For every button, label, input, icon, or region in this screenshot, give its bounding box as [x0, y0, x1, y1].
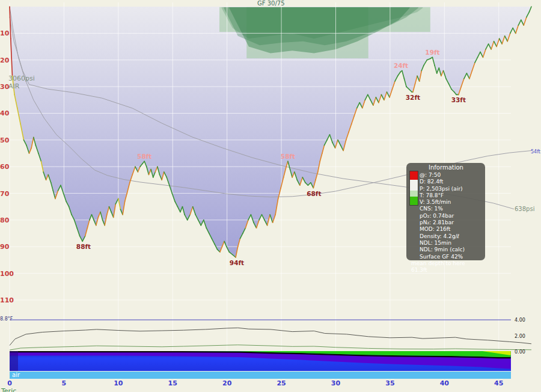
tooltip-line: pN₂: 2.81bar	[420, 219, 482, 226]
tooltip-line: Surface GF 42%	[420, 254, 482, 260]
gas-band	[10, 372, 511, 379]
tooltip-line: @: 7:50	[420, 172, 482, 179]
tissue-saturation-gauge	[409, 171, 418, 206]
pn2-line	[10, 328, 531, 345]
tooltip-line: V: 3.5ft/min	[420, 199, 482, 206]
gauge-segment	[410, 191, 418, 197]
tooltip-line: P: 2,503psi (air)	[420, 186, 482, 192]
tooltip-line: mean depth to here 61.3ft	[411, 260, 482, 274]
gauge-segment	[410, 180, 418, 191]
heatmap-left-smudge	[10, 351, 18, 371]
tooltip-lines: @: 7:50D: 82.4ftP: 2,503psi (air)T: 78.8…	[420, 172, 482, 274]
tooltip-line: MOD: 216ft	[420, 226, 482, 233]
gauge-segment	[410, 197, 418, 205]
tooltip-title: Information	[410, 164, 482, 171]
dive-profile-page: { "header": { "gradient_factor_label": "…	[0, 0, 541, 392]
tooltip-line: Density: 4.2g/ℓ	[420, 233, 482, 240]
tooltip-line: NDL: 15min	[420, 240, 482, 247]
tooltip-line: T: 78.8°F	[420, 192, 482, 199]
po2-line	[10, 345, 531, 351]
information-tooltip[interactable]: Information @: 7:50D: 82.4ftP: 2,503psi …	[406, 163, 485, 260]
tooltip-line: NDL: 9min (calc)	[420, 247, 482, 253]
gauge-segment	[410, 171, 418, 180]
tooltip-line: D: 82.4ft	[420, 179, 482, 185]
tooltip-line: pO₂: 0.74bar	[420, 213, 482, 219]
tooltip-line: CNS: 1%	[420, 206, 482, 212]
